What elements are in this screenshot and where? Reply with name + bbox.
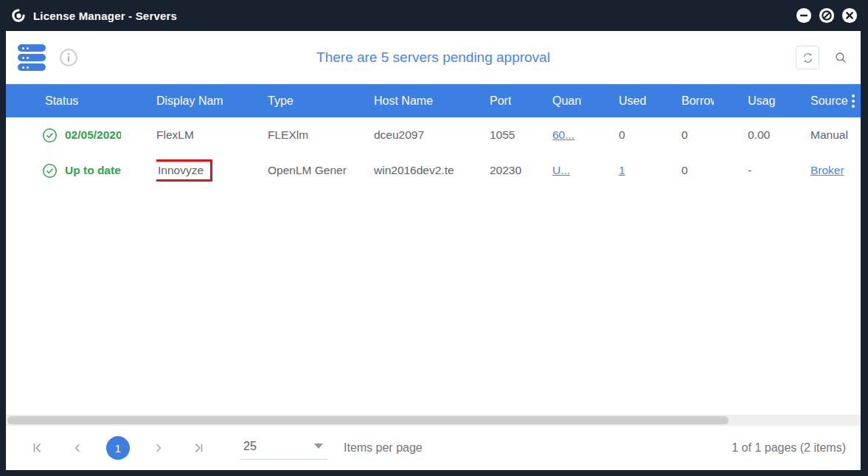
status-up-to-date: Up to date: [65, 164, 121, 177]
cell-source: Manual: [810, 128, 861, 142]
table-row[interactable]: Up to date Innovyze OpenLM Gener win2016…: [6, 153, 861, 188]
items-per-page-label: Items per page: [344, 441, 423, 455]
cell-used-link[interactable]: 1: [619, 164, 681, 178]
items-per-page-select[interactable]: 25: [240, 437, 327, 460]
last-page-icon: [192, 441, 205, 455]
info-icon[interactable]: [59, 48, 78, 67]
cell-quantity-link[interactable]: U...: [552, 164, 619, 178]
cell-borrowed: 0: [681, 128, 748, 142]
cell-port: 1055: [490, 128, 552, 142]
horizontal-scrollbar-track: [6, 415, 861, 426]
chevron-right-icon: [153, 442, 164, 454]
restore-disabled-button[interactable]: [819, 7, 835, 24]
cell-borrowed: 0: [681, 164, 748, 178]
page-summary: 1 of 1 pages (2 items): [732, 441, 846, 455]
cell-type: FLEXlm: [268, 128, 374, 142]
cell-display-name-highlighted: Innovyze: [156, 159, 268, 182]
titlebar: License Manager - Servers: [0, 0, 868, 31]
cell-source-link[interactable]: Broker: [810, 164, 861, 178]
items-per-page-value: 25: [243, 440, 257, 453]
chevron-down-icon: [314, 444, 323, 449]
cell-status: 02/05/2020: [42, 128, 156, 143]
cell-host-name: win2016dev2.te: [374, 164, 490, 178]
pager: 1 25 Items per page 1 of 1 pages (2 item…: [6, 426, 861, 470]
last-page-button[interactable]: [187, 437, 209, 459]
search-icon: [834, 51, 847, 64]
check-circle-icon: [42, 128, 58, 143]
cell-used: 0: [619, 128, 681, 142]
grid-empty-area: [6, 188, 861, 415]
column-header-host-name[interactable]: Host Name: [374, 94, 490, 108]
column-header-used[interactable]: Used: [619, 94, 681, 108]
cell-host-name: dceu2097: [374, 128, 490, 142]
window-title: License Manager - Servers: [33, 10, 177, 22]
next-page-button[interactable]: [147, 437, 170, 459]
cell-type: OpenLM Gener: [268, 164, 374, 178]
column-menu-kebab-icon[interactable]: [847, 84, 859, 117]
check-circle-icon: [42, 163, 58, 179]
column-header-display-name[interactable]: Display Name: [156, 94, 268, 108]
cell-usage: -: [748, 164, 810, 178]
column-header-status[interactable]: Status: [42, 94, 156, 108]
license-manager-window: License Manager - Servers Th: [0, 0, 868, 476]
cell-status: Up to date: [42, 163, 156, 179]
previous-page-button[interactable]: [66, 437, 88, 459]
red-highlight-box: Innovyze: [156, 159, 212, 182]
status-date: 02/05/2020: [65, 128, 121, 142]
minimize-button[interactable]: [796, 7, 812, 24]
refresh-button[interactable]: [796, 46, 819, 69]
chevron-left-icon: [72, 442, 83, 454]
horizontal-scrollbar-thumb[interactable]: [7, 416, 729, 424]
column-header-usage[interactable]: Usage: [748, 94, 810, 108]
content-area: There are 5 servers pending approval: [6, 31, 861, 470]
servers-menu-icon[interactable]: [18, 44, 46, 71]
table-row[interactable]: 02/05/2020 FlexLM FLEXlm dceu2097 1055 6…: [6, 117, 861, 153]
close-button[interactable]: [841, 7, 858, 24]
cell-display-name: FlexLM: [156, 128, 268, 142]
search-button[interactable]: [833, 49, 849, 66]
column-header-quantity[interactable]: Quantity: [552, 94, 619, 108]
column-header-port[interactable]: Port: [490, 94, 552, 108]
openlm-logo-icon: [10, 7, 27, 24]
grid-header-row: Status Display Name Type Host Name Port …: [6, 84, 861, 117]
pending-approval-message: There are 5 servers pending approval: [6, 49, 861, 66]
column-header-borrowed[interactable]: Borrowed: [681, 94, 748, 108]
cell-port: 20230: [490, 164, 552, 178]
first-page-icon: [31, 441, 44, 455]
column-header-type[interactable]: Type: [268, 94, 374, 108]
cell-quantity-link[interactable]: 60...: [552, 128, 619, 142]
toolbar: There are 5 servers pending approval: [6, 31, 861, 84]
current-page-button[interactable]: 1: [106, 436, 130, 460]
refresh-icon: [802, 52, 814, 64]
first-page-button[interactable]: [27, 437, 49, 459]
cell-usage: 0.00: [748, 128, 810, 142]
